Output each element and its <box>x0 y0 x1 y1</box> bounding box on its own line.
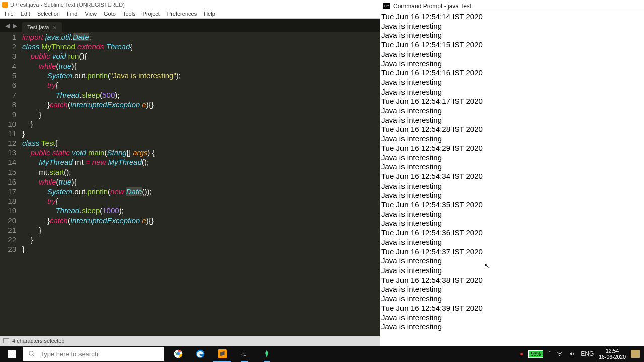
language-indicator[interactable]: ENG <box>581 350 594 357</box>
menu-help[interactable]: Help <box>200 11 219 17</box>
chrome-icon <box>173 349 183 359</box>
code-line[interactable]: } <box>22 110 380 119</box>
menu-view[interactable]: View <box>81 11 100 17</box>
line-number: 11 <box>0 129 16 138</box>
menu-preferences[interactable]: Preferences <box>164 11 200 17</box>
taskbar-app-cmd[interactable]: >_ <box>233 346 256 362</box>
cmd-line: Java is interesting <box>381 182 643 191</box>
taskbar-app-edge[interactable] <box>189 346 211 362</box>
wifi-icon[interactable] <box>556 351 564 357</box>
code-area[interactable]: import java.util.Date;class MyThread ext… <box>22 32 380 336</box>
cmd-line: Tue Jun 16 12:54:29 IST 2020 <box>381 144 643 153</box>
code-line[interactable]: } <box>22 129 380 138</box>
cmd-line: Tue Jun 16 12:54:34 IST 2020 <box>381 172 643 182</box>
code-line[interactable]: } <box>22 119 380 129</box>
code-line[interactable]: } <box>22 225 380 235</box>
code-line[interactable]: try{ <box>22 80 380 90</box>
cmd-line: Java is interesting <box>381 87 643 97</box>
cmd-line: Java is interesting <box>381 162 643 172</box>
code-line[interactable]: System.out.println("Java is interesting"… <box>22 71 380 80</box>
clock-time: 12:54 <box>599 348 626 354</box>
cmd-line: Tue Jun 16 12:54:38 IST 2020 <box>381 276 643 285</box>
line-number: 4 <box>0 61 16 71</box>
menu-goto[interactable]: Goto <box>100 11 119 17</box>
svg-point-0 <box>29 351 33 355</box>
sublime-statusbar: 4 characters selected <box>0 336 380 346</box>
code-line[interactable]: MyThread mt = new MyThread(); <box>22 157 380 167</box>
tray-stop-icon[interactable]: ● <box>520 350 523 357</box>
cmd-line: Java is interesting <box>381 106 643 116</box>
tab-nav-arrows[interactable]: ◀ ▶ <box>0 19 22 32</box>
menu-tools[interactable]: Tools <box>119 11 139 17</box>
line-number: 9 <box>0 110 16 119</box>
code-line[interactable]: Thread.sleep(1000); <box>22 206 380 215</box>
cmd-line: Tue Jun 16 12:54:17 IST 2020 <box>381 97 643 106</box>
cmd-line: Java is interesting <box>381 134 643 144</box>
code-line[interactable]: }catch(InterruptedException e){} <box>22 216 380 225</box>
code-line[interactable]: public static void main(String[] args) { <box>22 148 380 157</box>
code-line[interactable]: } <box>22 244 380 254</box>
cmd-line: Java is interesting <box>381 153 643 163</box>
line-number: 14 <box>0 157 16 167</box>
line-number: 18 <box>0 196 16 206</box>
taskbar-app-sublime[interactable] <box>211 346 233 362</box>
code-line[interactable]: try{ <box>22 196 380 206</box>
menu-find[interactable]: Find <box>63 11 81 17</box>
status-panel-icon[interactable] <box>3 338 9 343</box>
menu-project[interactable]: Project <box>139 11 164 17</box>
menu-file[interactable]: File <box>1 11 17 17</box>
clock-date: 16-06-2020 <box>599 354 626 360</box>
line-number: 8 <box>0 100 16 109</box>
menu-selection[interactable]: Selection <box>34 11 63 17</box>
cmd-line: Java is interesting <box>381 313 643 323</box>
line-number: 22 <box>0 235 16 244</box>
cmd-output[interactable]: Tue Jun 16 12:54:14 IST 2020Java is inte… <box>380 12 644 346</box>
code-line[interactable]: while(true){ <box>22 177 380 187</box>
command-prompt-window: C:\ Command Prompt - java Test Tue Jun 1… <box>380 0 644 346</box>
line-number: 21 <box>0 225 16 235</box>
cmd-line: Tue Jun 16 12:54:14 IST 2020 <box>381 12 643 22</box>
code-editor[interactable]: 1234567891011121314151617181920212223 im… <box>0 32 380 336</box>
taskbar-clock[interactable]: 12:54 16-06-2020 <box>599 348 626 360</box>
nav-fwd-icon[interactable]: ▶ <box>13 22 17 29</box>
cmd-line: Java is interesting <box>381 210 643 219</box>
code-line[interactable]: public void run(){ <box>22 51 380 61</box>
action-center-icon[interactable] <box>631 350 640 358</box>
code-line[interactable]: while(true){ <box>22 61 380 71</box>
cmd-line: Tue Jun 16 12:54:15 IST 2020 <box>381 40 643 50</box>
sublime-title: D:\Test.java - Sublime Text (UNREGISTERE… <box>10 2 125 8</box>
code-line[interactable]: class Test{ <box>22 138 380 148</box>
line-number: 23 <box>0 244 16 254</box>
code-line[interactable]: }catch(InterruptedException e){} <box>22 100 380 109</box>
taskbar-app-other[interactable] <box>256 346 278 362</box>
start-button[interactable] <box>0 346 23 362</box>
menu-edit[interactable]: Edit <box>17 11 34 17</box>
line-number: 6 <box>0 80 16 90</box>
cmd-line: Tue Jun 16 12:54:36 IST 2020 <box>381 228 643 238</box>
taskbar-search[interactable]: Type here to search <box>23 347 164 361</box>
volume-icon[interactable] <box>569 351 576 357</box>
editor-tab[interactable]: Test.java × <box>22 22 62 32</box>
tab-close-icon[interactable]: × <box>53 24 57 31</box>
code-line[interactable]: Thread.sleep(500); <box>22 90 380 100</box>
code-line[interactable]: mt.start(); <box>22 167 380 177</box>
sublime-titlebar[interactable]: D:\Test.java - Sublime Text (UNREGISTERE… <box>0 0 380 9</box>
cmd-line: Java is interesting <box>381 219 643 228</box>
battery-indicator[interactable]: 93% <box>528 350 543 358</box>
cmd-title: Command Prompt - java Test <box>393 3 471 10</box>
system-tray: ● 93% ˄ ENG 12:54 16-06-2020 <box>516 346 644 362</box>
windows-logo-icon <box>8 350 16 358</box>
cmd-line: Java is interesting <box>381 31 643 40</box>
nav-back-icon[interactable]: ◀ <box>5 22 10 29</box>
code-line[interactable]: class MyThread extends Thread{ <box>22 42 380 51</box>
svg-point-8 <box>560 355 560 356</box>
tray-chevron-up-icon[interactable]: ˄ <box>548 350 551 357</box>
taskbar-app-chrome[interactable] <box>167 346 189 362</box>
code-line[interactable]: System.out.println(new Date()); <box>22 187 380 196</box>
cmd-line: Java is interesting <box>381 256 643 266</box>
line-number: 19 <box>0 206 16 215</box>
cmd-line: Java is interesting <box>381 59 643 69</box>
cmd-titlebar[interactable]: C:\ Command Prompt - java Test <box>380 0 644 12</box>
code-line[interactable]: import java.util.Date; <box>22 32 380 42</box>
code-line[interactable]: } <box>22 235 380 244</box>
